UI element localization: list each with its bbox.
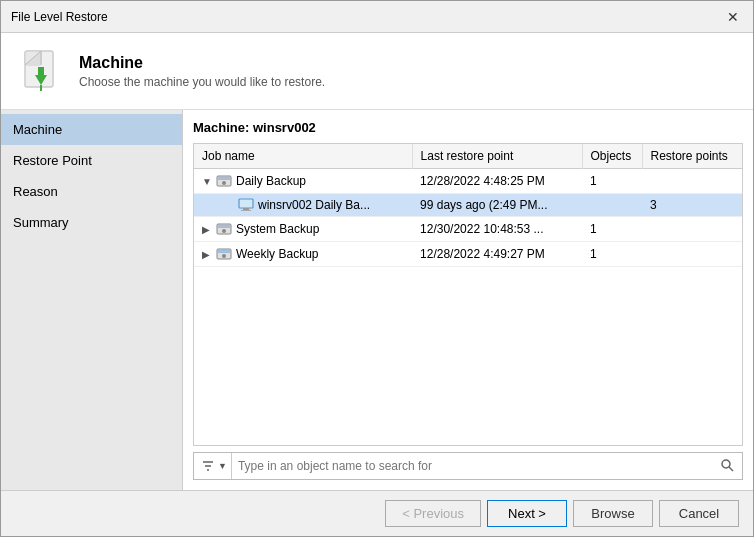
content-area: Machine Restore Point Reason Summary Mac…: [1, 110, 753, 490]
main-panel: Machine: winsrv002 Job name Last restore…: [183, 110, 753, 490]
sidebar-item-reason[interactable]: Reason: [1, 176, 182, 207]
table-row[interactable]: ▶ System Backup 12/30/2022 10:48:53: [194, 217, 742, 242]
restore-points-cell: 3: [642, 194, 742, 217]
filter-icon: [202, 460, 214, 472]
sidebar-item-machine[interactable]: Machine: [1, 114, 182, 145]
browse-button[interactable]: Browse: [573, 500, 653, 527]
expand-arrow-icon[interactable]: ▶: [202, 224, 212, 235]
svg-rect-14: [218, 250, 230, 253]
dialog-title: File Level Restore: [11, 10, 108, 24]
svg-point-6: [222, 181, 226, 185]
search-button[interactable]: [716, 458, 738, 475]
title-bar: File Level Restore ✕: [1, 1, 753, 33]
svg-rect-11: [218, 225, 230, 228]
svg-rect-9: [241, 210, 251, 211]
dropdown-arrow-icon[interactable]: ▼: [218, 461, 227, 471]
svg-rect-18: [207, 469, 209, 471]
objects-cell: [582, 194, 642, 217]
svg-rect-5: [218, 177, 230, 180]
svg-line-20: [729, 467, 733, 471]
last-restore-cell: 99 days ago (2:49 PM...: [412, 194, 582, 217]
search-bar: ▼: [193, 452, 743, 480]
search-filter-area: ▼: [198, 453, 232, 479]
col-objects: Objects: [582, 144, 642, 169]
job-name-cell: ▼ Daily Backup: [194, 169, 412, 194]
backup-job-icon: [216, 221, 232, 237]
job-name-cell: ▶ Weekly Backup: [194, 242, 412, 267]
sidebar-item-summary[interactable]: Summary: [1, 207, 182, 238]
backup-job-icon: [216, 246, 232, 262]
close-button[interactable]: ✕: [723, 7, 743, 27]
machine-label: Machine: winsrv002: [193, 120, 743, 135]
machine-name: winsrv002: [253, 120, 316, 135]
last-restore-cell: 12/28/2022 4:49:27 PM: [412, 242, 582, 267]
sidebar: Machine Restore Point Reason Summary: [1, 110, 183, 490]
job-table: Job name Last restore point Objects Rest…: [194, 144, 742, 267]
table-row[interactable]: ▼ Daily Backup 1: [194, 169, 742, 194]
job-name-cell: ▶ winsrv002 Daily Ba...: [194, 194, 412, 217]
table-row[interactable]: ▶ winsrv002 Daily Ba...: [194, 194, 742, 217]
expand-arrow-icon[interactable]: ▶: [202, 249, 212, 260]
header-text: Machine Choose the machine you would lik…: [79, 54, 325, 89]
last-restore-cell: 12/28/2022 4:48:25 PM: [412, 169, 582, 194]
svg-point-15: [222, 254, 226, 258]
restore-points-cell: [642, 217, 742, 242]
file-level-restore-dialog: File Level Restore ✕ Machine Choose the …: [0, 0, 754, 537]
sidebar-item-restore-point[interactable]: Restore Point: [1, 145, 182, 176]
header-subtitle: Choose the machine you would like to res…: [79, 75, 325, 89]
last-restore-cell: 12/30/2022 10:48:53 ...: [412, 217, 582, 242]
objects-cell: 1: [582, 242, 642, 267]
svg-rect-16: [203, 461, 213, 463]
restore-points-cell: [642, 242, 742, 267]
svg-point-19: [722, 460, 730, 468]
footer: < Previous Next > Browse Cancel: [1, 490, 753, 536]
job-table-container: Job name Last restore point Objects Rest…: [193, 143, 743, 446]
header-title: Machine: [79, 54, 325, 72]
search-input[interactable]: [232, 459, 716, 473]
expand-arrow-icon[interactable]: ▼: [202, 176, 212, 187]
svg-rect-7: [239, 199, 253, 208]
svg-rect-8: [243, 208, 249, 210]
svg-rect-17: [205, 465, 211, 467]
table-header-row: Job name Last restore point Objects Rest…: [194, 144, 742, 169]
header: Machine Choose the machine you would lik…: [1, 33, 753, 110]
backup-job-icon: [216, 173, 232, 189]
col-restore-points: Restore points: [642, 144, 742, 169]
job-name-cell: ▶ System Backup: [194, 217, 412, 242]
header-icon: [17, 47, 65, 95]
next-button[interactable]: Next >: [487, 500, 567, 527]
cancel-button[interactable]: Cancel: [659, 500, 739, 527]
col-last-restore: Last restore point: [412, 144, 582, 169]
table-row[interactable]: ▶ Weekly Backup 12/28/2022 4:49:27: [194, 242, 742, 267]
search-icon: [720, 458, 734, 472]
restore-points-cell: [642, 169, 742, 194]
machine-icon: [238, 198, 254, 212]
objects-cell: 1: [582, 217, 642, 242]
col-job-name: Job name: [194, 144, 412, 169]
objects-cell: 1: [582, 169, 642, 194]
previous-button[interactable]: < Previous: [385, 500, 481, 527]
svg-point-12: [222, 229, 226, 233]
